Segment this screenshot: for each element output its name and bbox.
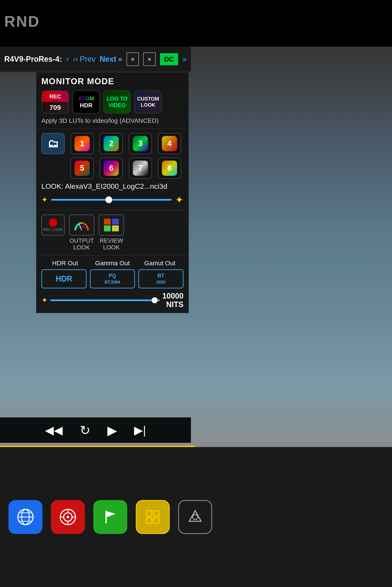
dock-grid-button[interactable] — [136, 500, 170, 534]
close-icon-2: × — [148, 55, 152, 63]
lut-num-4: 4 — [162, 136, 177, 151]
svg-point-12 — [66, 516, 69, 518]
output-look-button[interactable] — [69, 214, 94, 236]
main-panel: MONITOR MODE REC 709 ATOM HDR LOG TOVIDE… — [36, 72, 189, 313]
svg-rect-4 — [112, 225, 119, 231]
pq-button[interactable]: PQBT.2084 — [90, 269, 135, 288]
lut-num-5: 5 — [74, 160, 90, 176]
next-button[interactable]: Next » — [100, 55, 122, 64]
gamut-out-label: Gamut Out — [144, 260, 176, 267]
lut-grid: 🗂 1 2 3 4 5 6 7 — [41, 133, 184, 179]
lut-slot-6[interactable]: 6 — [100, 158, 123, 179]
apply-3d-lut-label: Apply 3D LUTs to video/log (ADVANCED) — [41, 117, 184, 124]
prev-label: Prev — [80, 55, 96, 64]
look-label: LOOK: AlexaV3_EI2000_LogC2...nci3d — [41, 182, 184, 190]
close-icon-1: × — [131, 55, 135, 63]
rec-look-button[interactable]: REC LOOK — [41, 214, 65, 236]
custom-look-button[interactable]: CUSTOMLOOK — [134, 90, 162, 114]
lut-slot-3[interactable]: 3 — [129, 133, 152, 154]
bt2020-label: BT2020 — [156, 273, 166, 285]
bottom-dock — [0, 447, 392, 587]
dc-label: DC — [164, 55, 174, 63]
lut-num-8: 8 — [162, 160, 177, 176]
close-button-2[interactable]: × — [143, 52, 156, 66]
rec-dot-icon — [49, 218, 57, 227]
brightness-thumb[interactable] — [106, 196, 112, 203]
svg-rect-3 — [104, 225, 111, 231]
atom-hdr-button[interactable]: ATOM HDR — [72, 90, 100, 114]
lut-folder-slot[interactable]: 🗂 — [41, 133, 65, 154]
close-button-1[interactable]: × — [126, 52, 139, 66]
lut-slot-7[interactable]: 7 — [129, 158, 152, 179]
output-look-gauge-svg — [73, 218, 90, 232]
nits-value: 10000 — [162, 292, 184, 300]
lut-num-1: 1 — [74, 136, 90, 151]
lut-slot-5[interactable]: 5 — [70, 158, 94, 179]
prev-button[interactable]: ‹‹ Prev — [73, 55, 96, 64]
brand-label: RND — [4, 13, 40, 30]
dc-button[interactable]: DC — [160, 53, 178, 65]
rec709-bottom: 709 — [42, 102, 68, 113]
bt2020-button[interactable]: BT2020 — [138, 269, 184, 288]
rec709-top: REC — [42, 91, 68, 102]
diamond-icon — [187, 509, 204, 526]
prev-chevron-icon: ‹‹ — [73, 55, 78, 64]
hdr-button[interactable]: HDR — [41, 269, 86, 288]
hdr-out-section: HDR Out Gamma Out Gamut Out HDR PQBT.208… — [36, 255, 188, 313]
nav-chevron-icon: › — [66, 55, 69, 64]
look-prefix: LOOK: — [41, 182, 64, 190]
lut-num-3: 3 — [133, 136, 148, 151]
lut-slot-1[interactable]: 1 — [70, 133, 94, 154]
loop-button[interactable]: ↻ — [80, 423, 90, 438]
rewind-button[interactable]: ◀◀ — [45, 424, 63, 437]
look-value: AlexaV3_EI2000_LogC2...nci3d — [65, 182, 167, 190]
nav-end-chevron-icon: » — [182, 55, 187, 64]
next-chevron-icon: » — [118, 55, 122, 64]
nav-file-label: R4V9-ProRes-4: — [4, 55, 62, 64]
monitor-mode-buttons: REC 709 ATOM HDR LOG TOVIDEO CUSTOMLOOK — [41, 90, 184, 114]
play-button[interactable]: ▶ — [107, 423, 117, 438]
nits-sun-icon: ✦ — [41, 296, 48, 305]
svg-rect-21 — [154, 518, 159, 523]
transport-bar: ◀◀ ↻ ▶ ▶| — [0, 417, 191, 443]
nits-display: 10000 NITS — [162, 292, 184, 309]
folder-icon: 🗂 — [48, 137, 58, 150]
svg-rect-19 — [154, 511, 159, 516]
step-forward-button[interactable]: ▶| — [134, 424, 146, 437]
top-bar: RND — [0, 0, 392, 47]
output-look-section: REC LOOK OUTPUTLOOK — [36, 210, 188, 255]
svg-rect-2 — [112, 219, 119, 225]
lut-num-7: 7 — [133, 160, 148, 176]
brightness-row: ✦ ✦ — [41, 194, 184, 206]
brightness-max-icon: ✦ — [175, 194, 184, 206]
review-look-label: REVIEWLOOK — [100, 237, 123, 251]
nav-bar: R4V9-ProRes-4: › ‹‹ Prev Next » × × DC » — [0, 47, 191, 72]
review-look-button[interactable] — [99, 214, 124, 236]
hdr-buttons-row: HDR PQBT.2084 BT2020 — [41, 269, 184, 288]
monitor-mode-title: MONITOR MODE — [41, 76, 184, 86]
hdr-btn-label: HDR — [56, 274, 72, 283]
dock-flag-button[interactable] — [93, 500, 127, 534]
lut-num-2: 2 — [104, 136, 119, 151]
network-icon — [17, 509, 34, 526]
next-label: Next — [100, 55, 116, 64]
review-look-icon-svg — [103, 218, 120, 232]
brightness-slider[interactable] — [51, 199, 172, 201]
log-to-video-button[interactable]: LOG TOVIDEO — [103, 90, 131, 114]
output-look-label: OUTPUTLOOK — [69, 237, 94, 251]
log-to-video-label: LOG TOVIDEO — [106, 95, 128, 108]
lut-slot-4[interactable]: 4 — [158, 133, 181, 154]
nits-slider-thumb[interactable] — [152, 297, 158, 303]
lut-slot-2[interactable]: 2 — [100, 133, 123, 154]
dock-diamond-button[interactable] — [178, 500, 212, 534]
lut-slot-8[interactable]: 8 — [158, 158, 181, 179]
svg-rect-18 — [146, 511, 152, 516]
gamma-out-label: Gamma Out — [95, 260, 130, 267]
rec709-button[interactable]: REC 709 — [41, 90, 69, 114]
brightness-min-icon: ✦ — [41, 195, 48, 204]
dock-network-button[interactable] — [8, 500, 42, 534]
lut-slots-section: 🗂 1 2 3 4 5 6 7 — [36, 129, 188, 210]
custom-look-label: CUSTOMLOOK — [137, 96, 159, 108]
pq-label: PQBT.2084 — [104, 273, 120, 285]
dock-target-button[interactable] — [51, 500, 85, 534]
